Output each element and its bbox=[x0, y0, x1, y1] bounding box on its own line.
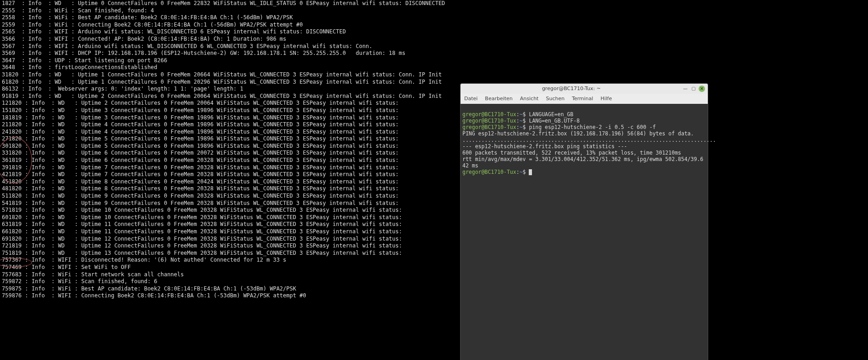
output-line: ........................................… bbox=[462, 137, 716, 143]
prompt-user: gregor@BC1710-Tux bbox=[462, 111, 516, 118]
output-line: rtt min/avg/max/mdev = 3.301/33.004/412.… bbox=[462, 156, 703, 169]
menu-item-terminal[interactable]: Terminal bbox=[568, 95, 597, 102]
menu-item-datei[interactable]: Datei bbox=[461, 95, 481, 102]
command-text: LANG=en_GB.UTF-8 bbox=[529, 118, 580, 124]
close-icon[interactable]: × bbox=[699, 86, 705, 92]
terminal-title: gregor@BC1710-Tux: ~ bbox=[461, 85, 682, 92]
command-text: ping esp12-hutschiene-2 -i 0.5 -c 600 -f bbox=[529, 124, 656, 130]
terminal-menubar[interactable]: Datei Bearbeiten Ansicht Suchen Terminal… bbox=[461, 94, 708, 104]
output-line: PING esp12-hutschiene-2.fritz.box (192.1… bbox=[462, 130, 694, 137]
minimize-icon[interactable]: — bbox=[682, 86, 689, 92]
menu-item-suchen[interactable]: Suchen bbox=[542, 95, 568, 102]
terminal-titlebar[interactable]: gregor@BC1710-Tux: ~ — ▢ × bbox=[461, 84, 708, 94]
menu-item-hilfe[interactable]: Hilfe bbox=[597, 95, 616, 102]
command-text: LANGUAGE=en_GB bbox=[529, 111, 573, 118]
serial-log-output[interactable]: 1827 : Info : WD : Uptime 0 ConnectFailu… bbox=[0, 0, 447, 300]
terminal-cursor bbox=[529, 169, 532, 175]
terminal-window[interactable]: gregor@BC1710-Tux: ~ — ▢ × Datei Bearbei… bbox=[460, 83, 708, 360]
terminal-body[interactable]: gregor@BC1710-Tux:~$ LANGUAGE=en_GB greg… bbox=[461, 104, 708, 360]
menu-item-bearbeiten[interactable]: Bearbeiten bbox=[481, 95, 516, 102]
menu-item-ansicht[interactable]: Ansicht bbox=[516, 95, 542, 102]
output-line: 600 packets transmitted, 522 received, 1… bbox=[462, 150, 681, 156]
prompt-path: ~ bbox=[520, 111, 523, 118]
output-line: --- esp12-hutschiene-2.fritz.box ping st… bbox=[462, 143, 627, 150]
maximize-icon[interactable]: ▢ bbox=[690, 86, 697, 92]
